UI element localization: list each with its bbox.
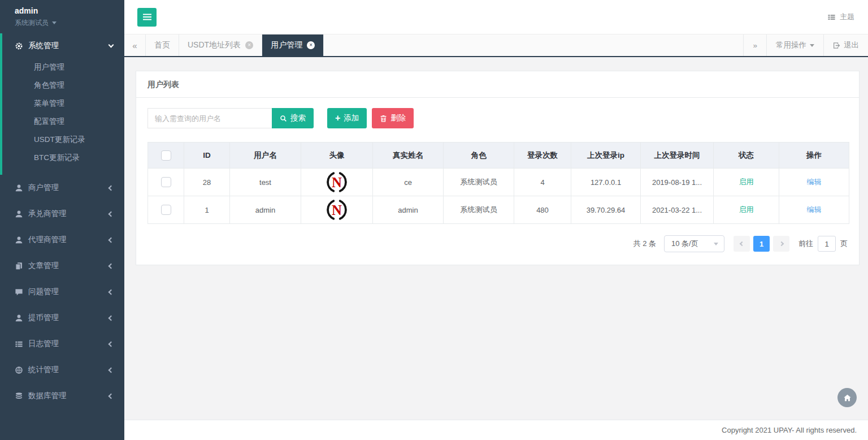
gear-icon [15, 42, 23, 50]
sidebar-item-label: 商户管理 [28, 183, 59, 193]
cell-login-count: 4 [514, 169, 571, 196]
chevron-left-icon [739, 241, 744, 246]
sidebar-item-database-mgmt[interactable]: 数据库管理 [0, 383, 124, 409]
table-header-row: ID 用户名 头像 真实姓名 角色 登录次数 上次登录ip 上次登录时间 状态 … [148, 143, 849, 169]
sidebar-subitem-role-mgmt[interactable]: 角色管理 [2, 76, 124, 94]
plus-icon: + [335, 114, 340, 123]
logout-label: 退出 [844, 40, 859, 50]
database-icon [15, 392, 23, 400]
column-header-login-count: 登录次数 [514, 143, 571, 169]
sidebar-toggle-button[interactable] [137, 8, 157, 27]
theme-label: 主题 [840, 12, 854, 22]
edit-link[interactable]: 编辑 [807, 178, 822, 186]
column-header-real-name: 真实姓名 [373, 143, 444, 169]
sidebar-subitem-config-mgmt[interactable]: 配置管理 [2, 113, 124, 131]
select-all-checkbox[interactable] [161, 150, 171, 161]
svg-text:N: N [332, 202, 342, 218]
avatar-image: N [326, 171, 348, 193]
cell-real-name: admin [373, 196, 444, 224]
tabs-scroll-left-button[interactable]: « [124, 34, 146, 56]
search-button[interactable]: 搜索 [272, 108, 314, 128]
next-page-button[interactable] [773, 236, 789, 252]
back-to-top-button[interactable] [837, 388, 857, 407]
sidebar-item-agent-mgmt[interactable]: 代理商管理 [0, 227, 124, 253]
page-button-1[interactable]: 1 [753, 236, 770, 252]
sidebar-subitem-btc-records[interactable]: BTC更新记录 [2, 149, 124, 167]
edit-link[interactable]: 编辑 [807, 205, 822, 214]
sidebar-item-system-mgmt[interactable]: 系统管理 [2, 33, 124, 58]
tab-user-mgmt[interactable]: 用户管理 × [262, 34, 324, 56]
list-icon [15, 340, 23, 348]
close-icon[interactable]: × [245, 41, 253, 49]
profile-role-label: 系统测试员 [15, 18, 49, 28]
chevron-left-icon [108, 237, 114, 243]
goto-page: 前往 页 [798, 236, 848, 252]
chevron-left-icon [108, 289, 114, 295]
sidebar-item-merchant-mgmt[interactable]: 商户管理 [0, 175, 124, 201]
column-header-status: 状态 [714, 143, 779, 169]
sidebar-item-withdraw-mgmt[interactable]: 提币管理 [0, 305, 124, 331]
row-checkbox[interactable] [161, 205, 171, 215]
content-area: 用户列表 搜索 + 添加 [124, 57, 868, 420]
status-toggle-link[interactable]: 启用 [739, 178, 754, 186]
sidebar-item-label: 代理商管理 [28, 235, 67, 245]
cell-username: admin [230, 196, 301, 224]
sidebar-subitem-user-mgmt[interactable]: 用户管理 [2, 58, 124, 76]
globe-icon [15, 366, 23, 374]
sidebar-item-acceptor-mgmt[interactable]: 承兑商管理 [0, 201, 124, 227]
close-icon[interactable]: × [307, 41, 315, 49]
status-toggle-link[interactable]: 启用 [739, 205, 754, 214]
table-row: 28 test N ce 系统测试员 [148, 169, 849, 196]
chevron-left-icon [108, 393, 114, 399]
delete-button-label: 删除 [390, 113, 406, 123]
page-unit-label: 页 [840, 239, 848, 249]
hamburger-icon [143, 16, 151, 18]
system-submenu: 用户管理 角色管理 菜单管理 配置管理 USDT更新记录 BTC更新记录 [2, 58, 124, 175]
sidebar-item-label: 日志管理 [28, 339, 59, 349]
page-size-select[interactable]: 10 条/页 [664, 235, 724, 252]
sidebar-item-log-mgmt[interactable]: 日志管理 [0, 331, 124, 357]
sign-out-icon [833, 42, 840, 49]
sidebar-subitem-usdt-records[interactable]: USDT更新记录 [2, 131, 124, 149]
sidebar-menu: 系统管理 用户管理 角色管理 菜单管理 配置管理 USDT更新记录 BTC更新记… [0, 33, 124, 409]
chevron-left-icon [108, 211, 114, 217]
cell-login-count: 480 [514, 196, 571, 224]
goto-page-input[interactable] [818, 236, 836, 252]
tabs-scroll-right-button[interactable]: » [743, 34, 766, 56]
total-count: 共 2 条 [633, 239, 656, 249]
sidebar-item-question-mgmt[interactable]: 问题管理 [0, 279, 124, 305]
trash-icon [380, 115, 387, 122]
profile-role-dropdown[interactable]: 系统测试员 [15, 18, 124, 28]
chevron-left-icon [108, 315, 114, 321]
cell-role: 系统测试员 [444, 196, 514, 224]
sidebar-subitem-menu-mgmt[interactable]: 菜单管理 [2, 94, 124, 113]
column-header-last-ip: 上次登录ip [571, 143, 641, 169]
files-icon [15, 262, 23, 270]
prev-page-button[interactable] [734, 236, 750, 252]
sidebar-item-label: 统计管理 [28, 365, 59, 375]
delete-button[interactable]: 删除 [372, 108, 414, 128]
tab-home[interactable]: 首页 [146, 34, 179, 56]
sidebar-item-article-mgmt[interactable]: 文章管理 [0, 253, 124, 279]
chevron-right-icon [779, 241, 783, 246]
row-checkbox[interactable] [161, 177, 171, 187]
cell-id: 28 [184, 169, 230, 196]
add-button[interactable]: + 添加 [327, 108, 367, 128]
sidebar-item-stats-mgmt[interactable]: 统计管理 [0, 357, 124, 383]
search-input[interactable] [147, 108, 272, 128]
page-title: 用户列表 [147, 80, 179, 89]
tab-usdt-address-list[interactable]: USDT地址列表 × [179, 34, 262, 56]
search-icon [280, 115, 287, 122]
theme-button[interactable]: 主题 [827, 12, 854, 22]
goto-label: 前往 [798, 239, 813, 249]
sidebar-item-label: 系统管理 [28, 41, 59, 51]
chevron-left-icon [108, 185, 114, 191]
cell-real-name: ce [373, 169, 444, 196]
search-button-label: 搜索 [290, 113, 306, 123]
column-header-actions: 操作 [779, 143, 849, 169]
common-operations-dropdown[interactable]: 常用操作 [766, 34, 823, 56]
sidebar-item-label: 数据库管理 [28, 391, 67, 401]
caret-down-icon [810, 44, 814, 47]
logout-button[interactable]: 退出 [823, 34, 868, 56]
user-icon [15, 314, 23, 322]
